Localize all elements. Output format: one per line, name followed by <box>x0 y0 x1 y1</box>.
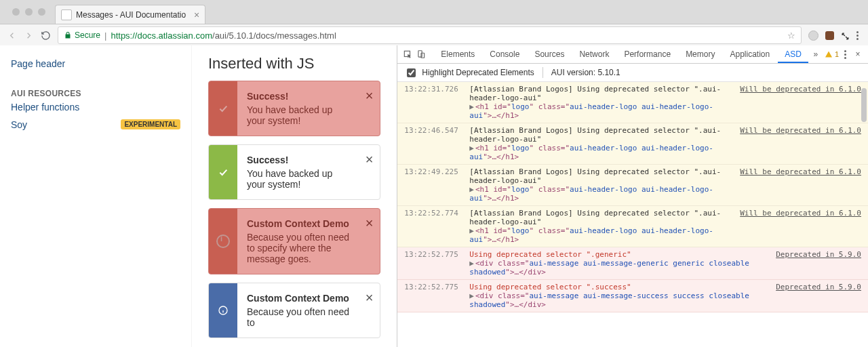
docs-content: Inserted with JS Success! You have backe… <box>192 45 397 347</box>
tab-performance[interactable]: Performance <box>617 45 677 63</box>
secure-label: Secure <box>75 30 100 40</box>
window-min-dot[interactable] <box>25 8 33 16</box>
timestamp: 13:22:52.775 <box>404 250 464 259</box>
deprecated-link[interactable]: Deprecated in 5.9.0 <box>776 283 861 291</box>
devtools-console[interactable]: 13:22:31.726 [Atlassian Brand Logos] Usi… <box>397 82 868 347</box>
timestamp: 13:22:52.774 <box>404 209 464 218</box>
message-stripe <box>209 81 237 136</box>
more-tabs-icon[interactable]: » <box>810 48 822 60</box>
warn-count: 1 <box>835 50 839 58</box>
sidebar-link-page-header[interactable]: Page header <box>11 55 180 73</box>
timestamp: 13:22:49.225 <box>404 167 464 176</box>
message-stripe <box>209 283 237 338</box>
forward-icon[interactable] <box>24 30 34 41</box>
tab-strip: Messages - AUI Documentatio × <box>0 0 868 24</box>
address-bar[interactable]: Secure | https://docs.atlassian.com/aui/… <box>58 26 802 44</box>
log-text: Using deprecated selector ".generic" <box>469 250 631 259</box>
deprecated-link[interactable]: Will be deprecated in 6.1.0 <box>740 126 861 135</box>
experimental-badge: EXPERIMENTAL <box>121 119 180 129</box>
timestamp: 13:22:52.775 <box>404 283 464 291</box>
deprecated-link[interactable]: Will be deprecated in 6.1.0 <box>740 85 861 94</box>
extensions-area <box>808 30 861 41</box>
tab-title: Messages - AUI Documentatio <box>76 10 186 20</box>
highlight-label: Highlight Deprecated Elements <box>422 68 534 77</box>
log-text: [Atlassian Brand Logos] Using deprecated… <box>469 126 721 144</box>
info-icon <box>216 234 230 248</box>
console-row[interactable]: 13:22:31.726 [Atlassian Brand Logos] Usi… <box>397 82 868 123</box>
highlight-checkbox[interactable] <box>407 68 416 77</box>
close-tab-icon[interactable]: × <box>194 9 199 20</box>
back-icon[interactable] <box>7 30 17 41</box>
aui-message-success: Success! You have backed up your system!… <box>208 144 380 200</box>
console-row[interactable]: 13:22:52.775 Using deprecated selector "… <box>397 280 868 312</box>
console-row[interactable]: 13:22:52.774 [Atlassian Brand Logos] Usi… <box>397 206 868 247</box>
aui-version-label: AUI version: 5.10.1 <box>551 68 620 77</box>
docs-sidebar: Page header AUI RESOURCES Helper functio… <box>0 45 192 347</box>
devtools-panel: Elements Console Sources Network Perform… <box>397 45 868 347</box>
deprecated-link[interactable]: Will be deprecated in 6.1.0 <box>740 209 861 218</box>
log-text: [Atlassian Brand Logos] Using deprecated… <box>469 167 721 185</box>
close-devtools-icon[interactable]: × <box>852 48 864 60</box>
scrollbar[interactable] <box>861 88 867 122</box>
devtools-toolbar: Highlight Deprecated Elements AUI versio… <box>397 64 868 82</box>
url-path: /aui/5.10.1/docs/messages.html <box>212 30 336 41</box>
tab-asd[interactable]: ASD <box>778 45 808 63</box>
console-row[interactable]: 13:22:46.547 [Atlassian Brand Logos] Usi… <box>397 123 868 165</box>
deprecated-link[interactable]: Deprecated in 5.9.0 <box>776 250 861 259</box>
device-toggle-icon[interactable] <box>415 48 427 60</box>
window-close-dot[interactable] <box>12 8 20 16</box>
message-desc: Because you often need to <box>247 306 351 328</box>
log-text: Using deprecated selector ".success" <box>469 283 631 291</box>
inspect-icon[interactable] <box>401 48 414 60</box>
warnings-counter[interactable]: 1 <box>825 50 839 58</box>
message-title: Custom Context Demo <box>247 293 351 304</box>
tab-network[interactable]: Network <box>572 45 616 63</box>
fullscreen-icon[interactable] <box>841 31 850 40</box>
bookmark-star-icon[interactable]: ☆ <box>787 30 795 41</box>
message-stripe <box>209 209 237 274</box>
tab-sources[interactable]: Sources <box>528 45 571 63</box>
tab-application[interactable]: Application <box>723 45 776 63</box>
tab-elements[interactable]: Elements <box>434 45 481 63</box>
highlight-deprecated-toggle[interactable]: Highlight Deprecated Elements <box>404 66 534 79</box>
close-icon[interactable]: × <box>366 290 374 306</box>
message-desc: You have backed up your system! <box>247 104 351 126</box>
close-icon[interactable]: × <box>366 88 374 104</box>
sidebar-heading-resources: AUI RESOURCES <box>11 73 180 98</box>
timestamp: 13:22:46.547 <box>404 126 464 135</box>
chrome-menu-icon[interactable] <box>856 31 859 40</box>
url-host: docs.atlassian.com <box>137 30 212 41</box>
aui-message-success-deprecated: Success! You have backed up your system!… <box>208 81 380 136</box>
log-text: [Atlassian Brand Logos] Using deprecated… <box>469 85 721 102</box>
message-title: Success! <box>247 91 351 102</box>
extension-icon[interactable] <box>808 30 818 41</box>
sidebar-link-soy[interactable]: Soy EXPERIMENTAL <box>11 116 180 134</box>
aui-message-custom: Custom Context Demo Because you often ne… <box>208 283 380 338</box>
log-text: [Atlassian Brand Logos] Using deprecated… <box>469 209 721 226</box>
sidebar-link-helper-functions[interactable]: Helper functions <box>11 98 180 116</box>
content-heading: Inserted with JS <box>208 55 380 73</box>
message-desc: Because you often need to specify where … <box>247 232 351 264</box>
favicon-icon <box>61 9 72 20</box>
reload-icon[interactable] <box>41 30 51 41</box>
close-icon[interactable]: × <box>366 152 374 167</box>
window-max-dot[interactable] <box>38 8 45 16</box>
deprecated-link[interactable]: Will be deprecated in 6.1.0 <box>740 167 861 176</box>
timestamp: 13:22:31.726 <box>404 85 464 94</box>
sidebar-soy-label: Soy <box>11 119 27 130</box>
close-icon[interactable]: × <box>366 216 374 231</box>
tab-console[interactable]: Console <box>483 45 526 63</box>
tab-memory[interactable]: Memory <box>679 45 722 63</box>
message-desc: You have backed up your system! <box>247 168 351 190</box>
extension-icon[interactable] <box>825 31 834 40</box>
url-scheme: https:// <box>111 30 137 41</box>
browser-tab[interactable]: Messages - AUI Documentatio × <box>55 5 205 24</box>
message-title: Custom Context Demo <box>247 218 351 229</box>
console-row[interactable]: 13:22:49.225 [Atlassian Brand Logos] Usi… <box>397 165 868 206</box>
console-row[interactable]: 13:22:52.775 Using deprecated selector "… <box>397 247 868 280</box>
devtools-tabs: Elements Console Sources Network Perform… <box>397 45 868 64</box>
message-title: Success! <box>247 155 351 165</box>
message-stripe <box>209 145 237 199</box>
devtools-menu-icon[interactable] <box>844 50 846 59</box>
aui-message-info-deprecated: Custom Context Demo Because you often ne… <box>208 208 380 274</box>
